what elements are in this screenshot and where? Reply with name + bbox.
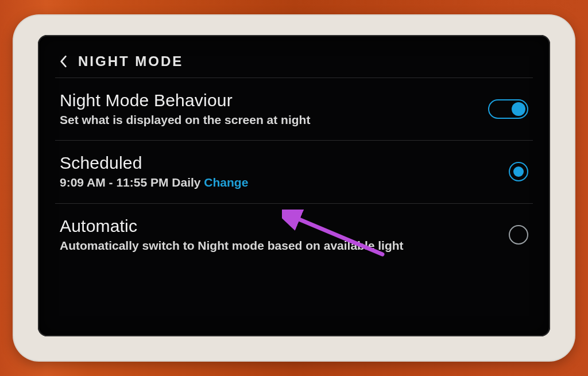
row-text: Scheduled 9:09 AM - 11:55 PM Daily Chang…	[60, 153, 509, 190]
row-subtitle: Set what is displayed on the screen at n…	[60, 113, 478, 127]
row-control	[488, 99, 528, 119]
row-title: Night Mode Behaviour	[60, 91, 478, 110]
screen-bezel: NIGHT MODE Night Mode Behaviour Set what…	[38, 35, 550, 336]
row-title: Automatic	[60, 216, 498, 236]
behaviour-toggle[interactable]	[488, 99, 528, 119]
row-control	[509, 162, 528, 181]
automatic-radio[interactable]	[509, 225, 528, 245]
row-subtitle: Automatically switch to Night mode based…	[60, 238, 498, 253]
header-bar: NIGHT MODE	[55, 53, 533, 77]
change-link[interactable]: Change	[204, 176, 248, 189]
row-title: Scheduled	[60, 153, 498, 173]
toggle-knob-icon	[512, 102, 525, 116]
scheduled-radio[interactable]	[509, 162, 528, 181]
back-icon[interactable]	[59, 55, 68, 68]
row-subtitle: 9:09 AM - 11:55 PM Daily Change	[60, 175, 498, 190]
screen: NIGHT MODE Night Mode Behaviour Set what…	[55, 53, 533, 319]
row-text: Automatic Automatically switch to Night …	[60, 216, 509, 253]
row-automatic[interactable]: Automatic Automatically switch to Night …	[55, 203, 533, 266]
schedule-time-text: 9:09 AM - 11:55 PM Daily	[60, 176, 204, 189]
device-frame: NIGHT MODE Night Mode Behaviour Set what…	[13, 14, 575, 362]
row-scheduled[interactable]: Scheduled 9:09 AM - 11:55 PM Daily Chang…	[55, 140, 533, 203]
row-text: Night Mode Behaviour Set what is display…	[60, 91, 488, 127]
row-control	[509, 225, 528, 245]
page-title: NIGHT MODE	[78, 53, 183, 69]
row-night-mode-behaviour[interactable]: Night Mode Behaviour Set what is display…	[55, 77, 533, 140]
